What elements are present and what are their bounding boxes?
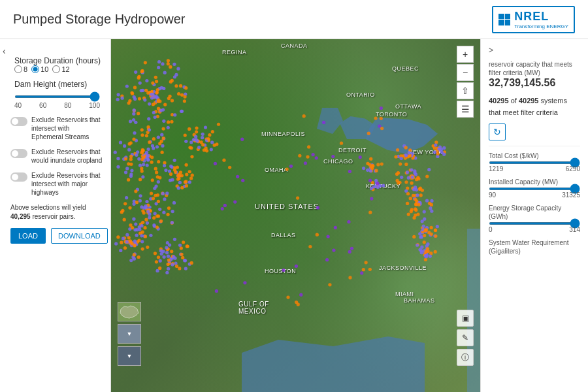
- storage-duration-section: Storage Duration (hours) 8 10 12: [8, 56, 103, 73]
- left-sidebar: ‹ Storage Duration (hours) 8 10 12 Dam H…: [0, 39, 111, 392]
- nrel-logo-text-container: NREL Transforming ENERGY: [514, 10, 568, 29]
- toggle-highways: Exclude Reservoirs that intersect with m…: [10, 171, 103, 197]
- radio-12h[interactable]: 12: [52, 65, 69, 73]
- yield-prefix: Above selections will yield: [10, 204, 86, 211]
- installed-capacity-labels: 90 31325: [489, 191, 580, 199]
- nrel-logo: NREL Transforming ENERGY: [492, 6, 575, 33]
- info-tool-button[interactable]: ⓘ: [457, 349, 474, 366]
- systems-section: 40295 of 40295 systems that meet filter …: [489, 94, 580, 118]
- energy-storage-min: 0: [489, 226, 493, 233]
- logo-cell-4: [505, 20, 511, 25]
- water-req-label: System Water Requirement (Gigaliters): [489, 238, 580, 255]
- toggle-ephemeral-switch[interactable]: [10, 117, 27, 126]
- zoom-out-button[interactable]: −: [457, 64, 474, 81]
- capacity-value: 32,739,145.56: [489, 77, 580, 89]
- left-collapse-icon[interactable]: ‹: [3, 46, 6, 56]
- page-title: Pumped Storage Hydropower: [13, 12, 185, 27]
- energy-storage-slider[interactable]: [489, 222, 580, 225]
- storage-duration-label: Storage Duration (hours): [14, 56, 103, 65]
- yield-info: Above selections will yield 40,295 reser…: [10, 203, 103, 221]
- logo-cell-2: [505, 14, 511, 20]
- toggle-cropland-label: Exclude Reservoirs that would inundate c…: [31, 148, 103, 165]
- total-cost-slider[interactable]: [489, 161, 580, 164]
- total-cost-labels: 1219 6290: [489, 165, 580, 172]
- dam-max-label: 100: [89, 102, 100, 109]
- nrel-logo-grid: [498, 14, 510, 25]
- select-tool-button[interactable]: ▣: [457, 310, 474, 327]
- map-controls-tools: ▣ ✎ ⓘ: [457, 310, 474, 366]
- toggle-cropland-switch[interactable]: [10, 149, 27, 158]
- right-sidebar: > reservoir capacity that meets filter c…: [480, 39, 588, 392]
- radio-10h[interactable]: 10: [31, 65, 48, 73]
- systems-of: of: [511, 97, 519, 105]
- energy-storage-max: 314: [569, 226, 580, 233]
- app-header: Pumped Storage Hydropower NREL Transform…: [0, 0, 588, 39]
- zoom-in-button[interactable]: +: [457, 46, 474, 63]
- divider-1: [489, 146, 580, 146]
- dam-height-slider-container: 40 60 80 100: [14, 89, 100, 109]
- nrel-name: NREL: [514, 10, 549, 23]
- map-background: [111, 39, 480, 392]
- capacity-section: reservoir capacity that meets filter cri…: [489, 60, 580, 89]
- systems-count: 40295: [489, 97, 509, 105]
- action-buttons: LOAD DOWNLOAD: [10, 228, 103, 244]
- storage-duration-radios: 8 10 12: [14, 65, 103, 73]
- total-cost-section: Total Cost ($/kW) 1219 6290: [489, 152, 580, 172]
- dam-min-label: 40: [14, 102, 22, 109]
- systems-total: 40295: [519, 97, 539, 105]
- dam-height-slider[interactable]: [14, 95, 100, 98]
- refresh-button[interactable]: ↻: [489, 123, 506, 140]
- logo-cell-3: [498, 20, 504, 25]
- toggle-ephemeral: Exclude Reservoirs that intersect with E…: [10, 116, 103, 141]
- total-cost-max: 6290: [566, 165, 580, 172]
- installed-capacity-slider[interactable]: [489, 188, 580, 190]
- logo-cell-1: [498, 14, 504, 20]
- map-controls-minimap: ▼ ▼: [118, 302, 141, 366]
- download-button[interactable]: DOWNLOAD: [51, 228, 108, 244]
- systems-info: 40295 of 40295 systems that meet filter …: [489, 97, 567, 116]
- toggle-cropland: Exclude Reservoirs that would inundate c…: [10, 148, 103, 165]
- toggle-ephemeral-label: Exclude Reservoirs that intersect with E…: [31, 116, 103, 141]
- main-content: ‹ Storage Duration (hours) 8 10 12 Dam H…: [0, 39, 588, 392]
- right-expand-icon[interactable]: >: [489, 46, 580, 55]
- toggle-highways-label: Exclude Reservoirs that intersect with m…: [31, 171, 103, 197]
- dam-height-section: Dam Height (meters) 40 60 80 100: [8, 80, 103, 109]
- radio-8h[interactable]: 8: [14, 65, 27, 73]
- toggle-highways-switch[interactable]: [10, 172, 27, 182]
- energy-storage-section: Energy Storage Capacity (GWh) 0 314: [489, 204, 580, 233]
- yield-count: 40,295: [10, 213, 31, 220]
- installed-capacity-section: Installed Capacity (MW) 90 31325: [489, 178, 580, 199]
- total-cost-min: 1219: [489, 165, 503, 172]
- draw-tool-button[interactable]: ✎: [457, 329, 474, 346]
- minimap-zoom[interactable]: ▼: [118, 324, 141, 344]
- nrel-tagline: Transforming ENERGY: [514, 24, 568, 29]
- dam-mid2-label: 80: [64, 102, 71, 109]
- minimap-extra[interactable]: ▼: [118, 346, 141, 366]
- installed-capacity-min: 90: [489, 191, 496, 199]
- compass-button[interactable]: ⇧: [457, 82, 474, 99]
- load-button[interactable]: LOAD: [10, 228, 46, 244]
- energy-storage-labels: 0 314: [489, 226, 580, 233]
- dam-mid1-label: 60: [39, 102, 46, 109]
- map-area[interactable]: CANADA ONTARIO QUEBEC United States Minn…: [111, 39, 480, 392]
- yield-suffix: reservoir pairs.: [32, 213, 75, 220]
- minimap-usa[interactable]: [118, 302, 141, 321]
- layers-button[interactable]: ☰: [457, 101, 474, 118]
- capacity-label: reservoir capacity that meets filter cri…: [489, 60, 580, 77]
- map-controls-zoom: + − ⇧ ☰: [457, 46, 474, 118]
- installed-capacity-max: 31325: [562, 191, 580, 199]
- dam-height-label: Dam Height (meters): [14, 80, 103, 89]
